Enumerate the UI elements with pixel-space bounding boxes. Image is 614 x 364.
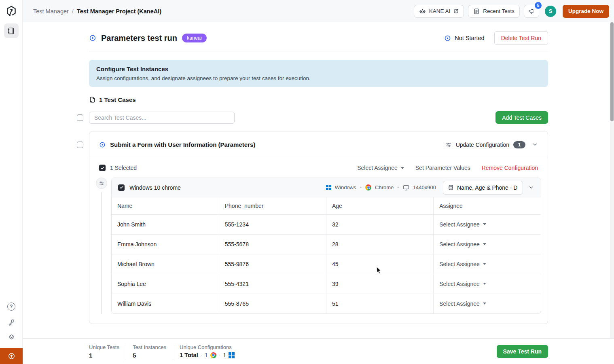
table-header-row: Name Phone_number Age Assignee <box>112 197 541 214</box>
robot-icon <box>419 8 426 15</box>
breadcrumb-current: Test Manager Project (KaneAI) <box>77 8 161 15</box>
test-file-icon <box>89 96 96 103</box>
row-select-assignee-dropdown[interactable]: Select Assignee <box>439 241 535 248</box>
chrome-icon <box>365 184 371 190</box>
test-cases-count: 1 Test Cases <box>89 96 548 103</box>
test-instances-stat: Test Instances 5 <box>133 344 166 359</box>
row-select-assignee-label: Select Assignee <box>439 221 480 228</box>
upgrade-now-button[interactable]: Upgrade Now <box>563 5 609 18</box>
cell-phone: 555-4321 <box>219 274 326 294</box>
row-select-assignee-dropdown[interactable]: Select Assignee <box>439 301 535 307</box>
row-select-assignee-dropdown[interactable]: Select Assignee <box>439 261 535 267</box>
arrow-up-circle-icon <box>8 352 15 360</box>
breadcrumb-parent[interactable]: Test Manager <box>33 8 69 15</box>
configuration-settings-button[interactable] <box>96 178 107 189</box>
meta-dot: • <box>360 184 362 190</box>
banner-title: Configure Test Instances <box>96 66 541 72</box>
test-case-card-header: Submit a Form with User Information (Par… <box>89 131 548 158</box>
select-all-checkbox[interactable] <box>77 114 83 121</box>
test-case-title: Submit a Form with User Information (Par… <box>110 141 255 148</box>
test-case-checkbox[interactable] <box>77 142 83 148</box>
divider <box>126 343 126 360</box>
avatar[interactable]: S <box>545 6 556 17</box>
save-test-run-button[interactable]: Save Test Run <box>497 345 548 358</box>
breadcrumb: Test Manager / Test Manager Project (Kan… <box>33 8 161 15</box>
caret-down-icon <box>483 243 486 245</box>
windows-icon <box>326 185 331 190</box>
row-select-assignee-dropdown[interactable]: Select Assignee <box>439 221 535 228</box>
recent-tests-label: Recent Tests <box>483 8 514 14</box>
help-icon[interactable]: ? <box>7 303 15 311</box>
test-run-icon <box>89 34 96 42</box>
caret-down-icon <box>483 263 486 265</box>
help-glyph: ? <box>10 304 13 309</box>
unique-tests-value: 1 <box>89 352 119 359</box>
cell-name: William Davis <box>112 294 219 313</box>
cell-name: John Smith <box>112 214 219 234</box>
parameters-table: Name Phone_number Age Assignee John Smit… <box>112 197 541 313</box>
bulk-select-assignee-dropdown[interactable]: Select Assignee <box>357 165 404 171</box>
test-case-card: Submit a Form with User Information (Par… <box>89 131 548 324</box>
cell-age: 51 <box>326 294 434 313</box>
delete-test-run-button[interactable]: Delete Test Run <box>494 31 548 45</box>
configuration-checkbox[interactable] <box>118 184 125 191</box>
column-header-assignee: Assignee <box>434 197 541 214</box>
row-select-assignee-dropdown[interactable]: Select Assignee <box>439 281 535 287</box>
scrollbar-thumb[interactable] <box>610 22 614 121</box>
row-select-assignee-label: Select Assignee <box>439 241 480 248</box>
sidebar-item-test-manager[interactable] <box>4 23 19 38</box>
unique-configurations-label: Unique Configurations <box>180 344 235 350</box>
status-text: Not Started <box>455 35 484 41</box>
page-title: Parameters test run <box>101 34 177 43</box>
caret-down-icon <box>483 303 486 305</box>
selected-count-label: 1 Selected <box>110 165 137 171</box>
banner-description: Assign configurations, and designate ass… <box>96 75 541 81</box>
kane-ai-button[interactable]: KANE AI <box>414 5 464 18</box>
status-badge: Not Started <box>444 35 484 42</box>
announcements-button[interactable]: 5 <box>524 5 539 18</box>
add-test-cases-button[interactable]: Add Test Cases <box>495 111 548 124</box>
update-configuration-button[interactable]: Update Configuration 1 <box>445 141 525 148</box>
update-configuration-label: Update Configuration <box>456 142 509 148</box>
search-input[interactable] <box>89 112 235 124</box>
notification-badge: 5 <box>535 2 542 9</box>
scrollbar[interactable] <box>610 22 614 338</box>
chevron-down-icon[interactable] <box>532 142 538 148</box>
os-label: Windows <box>335 184 356 190</box>
sidebar-upgrade-block[interactable] <box>0 348 23 364</box>
remove-configuration-button[interactable]: Remove Configuration <box>482 165 538 171</box>
selected-all-checkbox[interactable] <box>99 165 106 171</box>
caret-down-icon <box>401 167 404 169</box>
sidebar: ? <box>0 0 23 364</box>
rail-line <box>101 192 102 314</box>
set-parameter-values-button[interactable]: Set Parameter Values <box>415 165 470 171</box>
configuration-header: Windows 10 chrome Windows • Chrome • <box>112 178 541 197</box>
cell-phone: 555-8765 <box>219 294 326 313</box>
cell-phone: 555-5678 <box>219 234 326 254</box>
layers-icon[interactable] <box>8 334 15 341</box>
monitor-icon <box>403 184 409 191</box>
topbar-actions: KANE AI Recent Tests 5 S Upgrade Now <box>414 5 609 18</box>
meta-dot: · <box>201 352 202 358</box>
row-select-assignee-label: Select Assignee <box>439 301 480 307</box>
key-icon[interactable] <box>8 318 15 326</box>
recent-tests-button[interactable]: Recent Tests <box>468 5 520 18</box>
sidebar-bottom-icons: ? <box>0 303 23 341</box>
kane-ai-label: KANE AI <box>429 8 451 14</box>
chevron-down-icon[interactable] <box>528 184 534 190</box>
notebook-icon <box>7 27 15 35</box>
database-icon <box>448 184 454 190</box>
dataset-dropdown[interactable]: Name, Age & Phone - D <box>443 181 523 195</box>
cell-age: 45 <box>326 254 434 274</box>
meta-dot: · <box>219 352 220 358</box>
configuration-count-badge: 1 <box>513 141 525 148</box>
lambdatest-logo-icon[interactable] <box>6 5 17 17</box>
unique-configurations-stat: Unique Configurations 1 Total · 1 · 1 <box>180 344 235 358</box>
sliders-icon <box>445 142 452 148</box>
divider <box>173 343 173 360</box>
cell-name: Michael Brown <box>112 254 219 274</box>
breadcrumb-separator: / <box>72 8 74 15</box>
resolution-label: 1440x900 <box>413 184 436 190</box>
document-icon <box>473 8 480 15</box>
megaphone-icon <box>528 8 535 15</box>
